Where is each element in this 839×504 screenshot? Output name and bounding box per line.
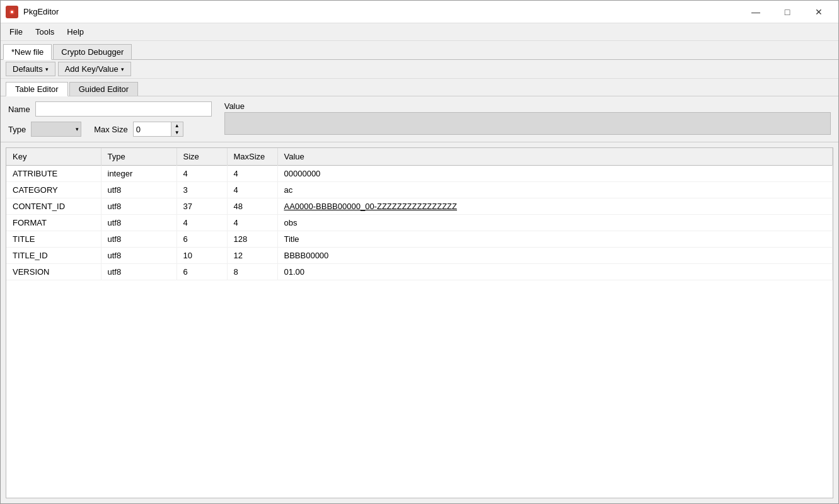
cell-key-5: TITLE_ID: [6, 248, 101, 264]
menu-help[interactable]: Help: [61, 25, 90, 39]
type-select[interactable]: [31, 122, 81, 137]
value-section: Value: [224, 101, 831, 135]
table-row[interactable]: TITLE_IDutf81012BBBB00000: [6, 248, 833, 264]
add-key-value-button[interactable]: Add Key/Value ▾: [58, 62, 131, 76]
menu-file[interactable]: File: [3, 25, 29, 39]
cell-value-3: obs: [277, 215, 833, 231]
max-size-spinner: ▲ ▼: [133, 122, 183, 137]
cell-key-4: TITLE: [6, 231, 101, 248]
add-key-value-label: Add Key/Value: [65, 64, 119, 74]
cell-key-0: ATTRIBUTE: [6, 166, 101, 182]
data-table: Key Type Size MaxSize Value ATTRIBUTEint…: [6, 148, 833, 280]
defaults-label: Defaults: [13, 64, 43, 74]
cell-maxsize-5: 12: [227, 248, 277, 264]
max-size-input[interactable]: [133, 122, 171, 137]
tab-guided-editor[interactable]: Guided Editor: [69, 82, 139, 96]
col-header-maxsize: MaxSize: [227, 148, 277, 166]
cell-key-2: CONTENT_ID: [6, 198, 101, 215]
table-container[interactable]: Key Type Size MaxSize Value ATTRIBUTEint…: [6, 147, 833, 498]
tab-crypto-debugger[interactable]: Crypto Debugger: [53, 44, 132, 59]
spinner-down-button[interactable]: ▼: [171, 129, 183, 136]
spinner-up-button[interactable]: ▲: [171, 122, 183, 129]
name-label: Name: [8, 105, 30, 114]
cell-value-6: 01.00: [277, 264, 833, 280]
toolbar: Defaults ▾ Add Key/Value ▾: [1, 60, 838, 79]
menu-tools[interactable]: Tools: [29, 25, 61, 39]
title-bar-controls: — □ ✕: [741, 3, 833, 21]
cell-type-6: utf8: [101, 264, 176, 280]
cell-value-4: Title: [277, 231, 833, 248]
close-button[interactable]: ✕: [804, 3, 833, 21]
cell-size-1: 3: [176, 182, 227, 198]
table-row[interactable]: TITLEutf86128Title: [6, 231, 833, 248]
type-row: Type ▾ Max Size ▲ ▼: [8, 122, 212, 137]
cell-key-3: FORMAT: [6, 215, 101, 231]
cell-key-6: VERSION: [6, 264, 101, 280]
table-row[interactable]: VERSIONutf86801.00: [6, 264, 833, 280]
add-key-value-dropdown-arrow: ▾: [121, 66, 124, 72]
tab-new-file[interactable]: *New file: [3, 44, 52, 60]
cell-type-2: utf8: [101, 198, 176, 215]
cell-size-5: 10: [176, 248, 227, 264]
maximize-button[interactable]: □: [773, 3, 802, 21]
table-row[interactable]: CATEGORYutf834ac: [6, 182, 833, 198]
cell-size-2: 37: [176, 198, 227, 215]
main-content: Key Type Size MaxSize Value ATTRIBUTEint…: [1, 142, 838, 503]
title-bar-left: PkgEditor: [6, 6, 59, 18]
cell-size-6: 6: [176, 264, 227, 280]
cell-type-1: utf8: [101, 182, 176, 198]
main-window: PkgEditor — □ ✕ File Tools Help *New fil…: [0, 0, 839, 504]
col-header-type: Type: [101, 148, 176, 166]
cell-maxsize-0: 4: [227, 166, 277, 182]
max-size-label: Max Size: [94, 125, 127, 134]
minimize-button[interactable]: —: [741, 3, 770, 21]
cell-maxsize-2: 48: [227, 198, 277, 215]
cell-size-0: 4: [176, 166, 227, 182]
cell-type-4: utf8: [101, 231, 176, 248]
value-textarea[interactable]: [224, 112, 831, 135]
cell-type-0: integer: [101, 166, 176, 182]
cell-maxsize-1: 4: [227, 182, 277, 198]
cell-type-3: utf8: [101, 215, 176, 231]
col-header-size: Size: [176, 148, 227, 166]
top-tabs-bar: *New file Crypto Debugger: [1, 41, 838, 60]
cell-maxsize-6: 8: [227, 264, 277, 280]
defaults-button[interactable]: Defaults ▾: [6, 62, 55, 76]
cell-maxsize-3: 4: [227, 215, 277, 231]
type-label: Type: [8, 125, 26, 134]
col-header-value: Value: [277, 148, 833, 166]
cell-value-5: BBBB00000: [277, 248, 833, 264]
window-title: PkgEditor: [23, 7, 59, 16]
title-bar: PkgEditor — □ ✕: [1, 1, 838, 23]
spinner-buttons: ▲ ▼: [171, 122, 183, 137]
cell-type-5: utf8: [101, 248, 176, 264]
table-header-row: Key Type Size MaxSize Value: [6, 148, 833, 166]
menu-bar: File Tools Help: [1, 23, 838, 41]
cell-value-2: AA0000-BBBB00000_00-ZZZZZZZZZZZZZZZZ: [277, 198, 833, 215]
col-header-key: Key: [6, 148, 101, 166]
cell-value-1: ac: [277, 182, 833, 198]
cell-maxsize-4: 128: [227, 231, 277, 248]
name-row: Name: [8, 101, 212, 117]
app-icon: [6, 6, 18, 18]
table-row[interactable]: FORMATutf844obs: [6, 215, 833, 231]
value-label: Value: [224, 101, 831, 111]
table-row[interactable]: ATTRIBUTEinteger4400000000: [6, 166, 833, 182]
cell-key-1: CATEGORY: [6, 182, 101, 198]
table-row[interactable]: CONTENT_IDutf83748AA0000-BBBB00000_00-ZZ…: [6, 198, 833, 215]
defaults-dropdown-arrow: ▾: [45, 66, 49, 72]
tab-table-editor[interactable]: Table Editor: [6, 82, 68, 96]
cell-size-4: 6: [176, 231, 227, 248]
type-select-wrapper: ▾: [31, 122, 81, 137]
svg-point-2: [11, 11, 13, 13]
name-input[interactable]: [35, 101, 212, 117]
cell-size-3: 4: [176, 215, 227, 231]
editor-tabs-bar: Table Editor Guided Editor: [1, 79, 838, 96]
cell-value-0: 00000000: [277, 166, 833, 182]
